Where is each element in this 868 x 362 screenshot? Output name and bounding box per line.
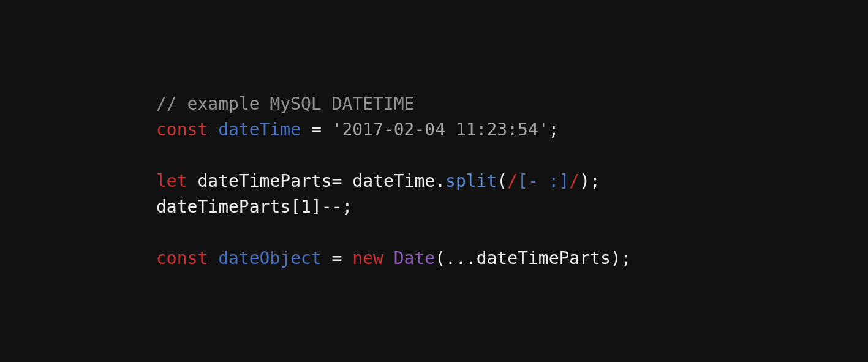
paren-close: ): [579, 171, 590, 191]
code-text: [301, 119, 311, 140]
number-literal: 1: [301, 197, 311, 217]
identifier: dateTimeParts: [156, 197, 290, 217]
operator-decrement: --: [322, 197, 342, 217]
operator-equals: =: [332, 248, 342, 268]
semicolon: ;: [549, 119, 559, 140]
string-literal: '2017-02-04 11:23:54': [332, 119, 549, 140]
identifier: dateTime: [218, 119, 301, 140]
bracket-close: ]: [311, 197, 322, 217]
keyword-new: new: [352, 248, 383, 268]
code-block: // example MySQL DATETIME const dateTime…: [156, 91, 632, 271]
identifier: dateTimeParts: [197, 171, 331, 191]
code-text: [342, 171, 352, 191]
semicolon: ;: [621, 248, 632, 268]
paren-open: (: [435, 248, 445, 268]
keyword-const: const: [156, 119, 208, 140]
identifier: dateObject: [218, 248, 322, 268]
code-text: [208, 248, 218, 268]
regex-delimiter: /: [569, 171, 579, 191]
regex-char-class: [- :]: [518, 171, 569, 191]
code-text: [187, 171, 198, 191]
operator-equals: =: [311, 119, 322, 140]
paren-open: (: [497, 171, 507, 191]
operator-equals: =: [332, 171, 342, 191]
semicolon: ;: [590, 171, 600, 191]
code-text: [322, 119, 332, 140]
code-text: [208, 119, 218, 140]
code-text: [342, 248, 352, 268]
spread-operator: ...: [445, 248, 477, 268]
identifier: dateTime: [352, 171, 435, 191]
code-text: [383, 248, 394, 268]
type-name: Date: [394, 248, 435, 268]
bracket-open: [: [290, 197, 301, 217]
semicolon: ;: [342, 197, 352, 217]
code-comment: // example MySQL DATETIME: [156, 94, 414, 114]
keyword-let: let: [156, 171, 187, 191]
paren-close: ): [611, 248, 621, 268]
keyword-const: const: [156, 248, 208, 268]
regex-delimiter: /: [507, 171, 518, 191]
dot-operator: .: [435, 171, 445, 191]
method-call: split: [445, 171, 497, 191]
identifier: dateTimeParts: [477, 248, 611, 268]
code-text: [322, 248, 332, 268]
